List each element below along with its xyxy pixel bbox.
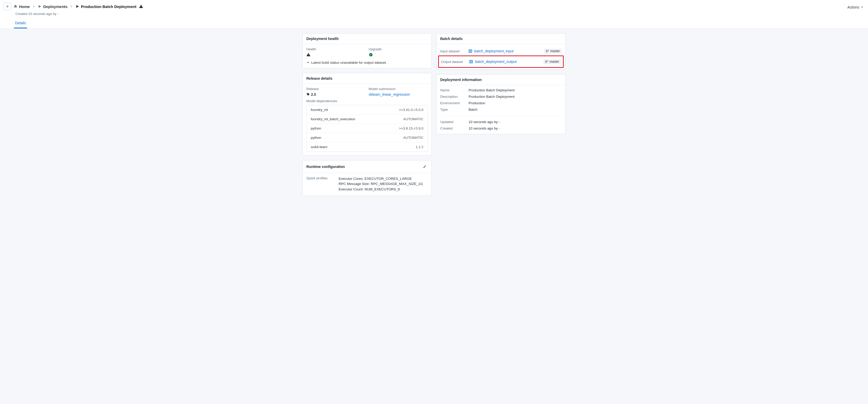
- info-key: Type: [440, 108, 469, 111]
- breadcrumb-deployments[interactable]: Deployments: [38, 4, 68, 9]
- breadcrumb-home[interactable]: Home: [13, 4, 30, 9]
- input-dataset-label: Input dataset: [440, 49, 466, 53]
- check-circle-icon: [369, 53, 373, 57]
- git-branch-icon: [546, 50, 549, 53]
- actions-menu[interactable]: Actions: [847, 5, 863, 9]
- info-key: Created: [440, 126, 469, 130]
- spark-profile-line: Executor Cores: EXECUTOR_CORES_LARGE: [339, 176, 423, 181]
- svg-point-2: [547, 52, 547, 52]
- dep-version: 1.1.2: [416, 145, 424, 149]
- back-button[interactable]: [4, 3, 11, 10]
- chevron-right-icon: [32, 5, 35, 8]
- dep-version: AUTOMATIC: [403, 136, 424, 140]
- release-details-card: Release details Release 2.0: [303, 73, 432, 155]
- info-key: Description: [440, 95, 469, 98]
- header: Home Deployments Production Batch Deploy…: [0, 0, 868, 29]
- home-icon: [13, 4, 18, 8]
- info-value: Production: [469, 101, 562, 105]
- tabs: Details: [14, 19, 864, 28]
- page-body: Deployment health Health Upgra: [0, 29, 868, 404]
- deps-label: Model dependencies: [306, 99, 428, 103]
- breadcrumb-current-label: Production Batch Deployment: [81, 4, 136, 9]
- dep-name: python: [311, 136, 321, 140]
- card-title: Runtime configuration: [306, 165, 345, 169]
- card-title: Deployment information: [437, 75, 565, 85]
- output-dataset-label: Output dataset: [441, 60, 467, 64]
- card-title: Release details: [303, 73, 431, 84]
- input-dataset-link[interactable]: batch_deployment_input: [474, 49, 514, 53]
- output-dataset-link[interactable]: batch_deployment_output: [475, 60, 517, 64]
- spark-profile-line: RPC Message Size: RPC_MESSAGE_MAX_SIZE_1…: [339, 181, 423, 186]
- svg-point-1: [547, 50, 547, 51]
- card-title: Batch details: [437, 33, 565, 44]
- model-submission-link[interactable]: sklearn_linear_regression: [369, 92, 410, 96]
- spark-profile-line: Executor Count: NUM_EXECUTORS_8: [339, 187, 423, 192]
- dep-version: AUTOMATIC: [403, 117, 424, 121]
- output-dataset-row: Output dataset batch_deployment_output m…: [441, 58, 561, 65]
- branch-badge[interactable]: master: [543, 59, 561, 64]
- dep-name: scikit-learn: [311, 145, 328, 149]
- branch-name: master: [550, 49, 560, 53]
- info-key: Name: [440, 88, 469, 92]
- branch-badge[interactable]: master: [544, 49, 562, 53]
- dep-row: foundry_ml_batch_executionAUTOMATIC: [307, 115, 428, 124]
- info-value: Production Batch Deployment: [469, 95, 562, 98]
- actions-label: Actions: [847, 5, 859, 9]
- info-value: 10 seconds ago by -: [469, 126, 562, 130]
- input-dataset-row: Input dataset batch_deployment_input mas…: [440, 47, 562, 55]
- health-message: Latest build status unavailable for outp…: [306, 60, 428, 64]
- dep-name: foundry_ml: [311, 108, 328, 112]
- breadcrumb-home-label: Home: [19, 4, 30, 9]
- dep-version: >=3.41.0,<5.0.0: [399, 108, 424, 112]
- dep-row: scikit-learn1.1.2: [307, 142, 428, 151]
- edit-runtime-button[interactable]: [422, 164, 428, 170]
- info-value: Production Batch Deployment: [469, 88, 562, 92]
- release-label: Release: [306, 87, 366, 91]
- warning-icon: [139, 4, 143, 8]
- branch-name: master: [550, 60, 559, 63]
- card-title: Deployment health: [303, 33, 431, 44]
- dep-name: foundry_ml_batch_execution: [311, 117, 355, 121]
- dep-row: pythonAUTOMATIC: [307, 133, 428, 142]
- breadcrumbs: Home Deployments Production Batch Deploy…: [13, 4, 143, 9]
- deployment-info-card: Deployment information Name Production B…: [436, 74, 565, 134]
- caret-down-icon: [861, 6, 863, 8]
- deployments-icon: [38, 4, 42, 8]
- spark-profiles-values: Executor Cores: EXECUTOR_CORES_LARGE RPC…: [339, 176, 423, 192]
- spark-profiles-label: Spark profiles: [306, 176, 331, 192]
- breadcrumb-current: Production Batch Deployment: [75, 4, 143, 9]
- submission-label: Model submission: [369, 87, 428, 91]
- dep-row: python>=3.8.15,<3.9.0: [307, 124, 428, 133]
- release-value: 2.0: [311, 92, 316, 96]
- info-value: 10 seconds ago by -: [469, 120, 562, 124]
- header-subtitle: Created 10 seconds ago by -: [16, 12, 864, 16]
- pencil-icon: [423, 165, 427, 169]
- output-dataset-highlight: Output dataset batch_deployment_output m…: [438, 55, 564, 68]
- info-key: Updated: [440, 120, 469, 124]
- runtime-config-card: Runtime configuration Spark profiles Exe…: [303, 160, 432, 196]
- dep-row: foundry_ml>=3.41.0,<5.0.0: [307, 105, 428, 115]
- health-label: Health: [306, 47, 366, 51]
- batch-details-card: Batch details Input dataset batch_deploy…: [436, 33, 565, 70]
- arrow-left-icon: [6, 5, 9, 8]
- dataset-icon: [469, 50, 472, 53]
- git-branch-icon: [545, 60, 548, 63]
- dataset-icon: [469, 60, 473, 63]
- svg-point-4: [546, 60, 547, 61]
- svg-point-6: [547, 61, 548, 61]
- info-value: Batch: [469, 108, 562, 111]
- warning-icon: [306, 53, 310, 57]
- tag-icon: [306, 93, 310, 96]
- upgrade-label: Upgrade: [369, 47, 428, 51]
- info-key: Environment: [440, 101, 469, 105]
- breadcrumb-deployments-label: Deployments: [43, 4, 68, 9]
- svg-point-3: [548, 50, 549, 51]
- dep-name: python: [311, 126, 321, 130]
- dep-version: >=3.8.15,<3.9.0: [399, 126, 424, 130]
- chevron-right-icon: [70, 5, 73, 8]
- dependencies-list: foundry_ml>=3.41.0,<5.0.0 foundry_ml_bat…: [306, 105, 428, 152]
- deployment-icon: [75, 4, 80, 8]
- svg-point-5: [546, 62, 547, 63]
- deployment-health-card: Deployment health Health Upgra: [303, 33, 432, 68]
- tab-details[interactable]: Details: [14, 19, 27, 28]
